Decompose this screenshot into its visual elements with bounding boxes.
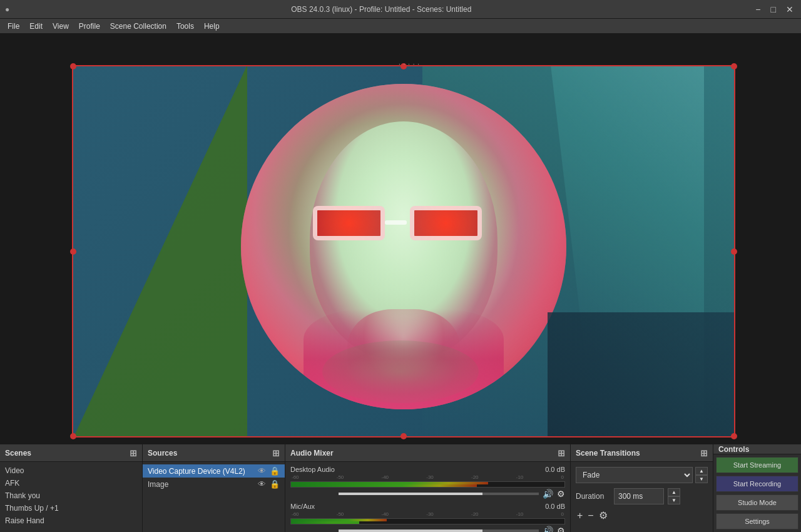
desktop-audio-slider-fill: [339, 493, 482, 495]
app-icon: ●: [5, 5, 9, 14]
meter-label-0: 0: [561, 474, 564, 480]
desktop-audio-channel: Desktop Audio 0.0 dB -60 -50 -40 -30 -20…: [290, 466, 565, 499]
duration-spinner-down[interactable]: ▼: [668, 496, 680, 504]
mic-aux-name: Mic/Aux: [290, 503, 315, 510]
desktop-audio-meter: [290, 481, 565, 488]
mic-aux-channel: Mic/Aux 0.0 dB -60 -50 -40 -30 -20 -10 0: [290, 503, 565, 532]
menu-file[interactable]: File: [3, 21, 24, 32]
audio-mixer-header: Audio Mixer ⊞: [285, 444, 570, 462]
drag-handle[interactable]: · · · · ·: [399, 61, 420, 68]
transition-spinner: ▲ ▼: [695, 467, 708, 483]
sources-title: Sources: [148, 449, 177, 458]
mic-meter-label-40: -40: [382, 511, 389, 517]
minimize-button[interactable]: −: [753, 4, 763, 14]
menu-help[interactable]: Help: [199, 21, 225, 32]
source-item-image-label: Image: [148, 480, 168, 489]
transitions-remove-button[interactable]: −: [586, 510, 594, 521]
scenes-list: Video AFK Thank you Thumbs Up / +1 Raise…: [0, 462, 142, 532]
source-item-image[interactable]: Image 👁 🔒: [143, 478, 285, 491]
menu-view[interactable]: View: [48, 21, 74, 32]
menu-scene-collection[interactable]: Scene Collection: [105, 21, 171, 32]
sources-panel-header: Sources ⊞: [143, 444, 285, 462]
menu-edit[interactable]: Edit: [24, 21, 48, 32]
mic-aux-slider[interactable]: [339, 529, 539, 532]
maximize-button[interactable]: □: [768, 4, 778, 14]
meter-label-10: -10: [516, 474, 524, 480]
meter-labels-row: -60 -50 -40 -30 -20 -10 0: [290, 474, 565, 480]
audio-mixer-panel: Audio Mixer ⊞ Desktop Audio 0.0 dB -60 -…: [285, 444, 571, 532]
mic-meter-label-20: -20: [471, 511, 479, 517]
eye-icon[interactable]: 👁: [258, 466, 266, 476]
desktop-audio-settings-icon[interactable]: ⚙: [557, 489, 565, 499]
duration-row: Duration ▲ ▼: [576, 488, 708, 504]
duration-input[interactable]: [614, 488, 664, 504]
mic-meter-label-30: -30: [426, 511, 434, 517]
audio-channels: Desktop Audio 0.0 dB -60 -50 -40 -30 -20…: [285, 462, 570, 532]
start-recording-button[interactable]: Start Recording: [716, 476, 798, 492]
scene-item-video[interactable]: Video: [0, 464, 142, 477]
desktop-audio-header: Desktop Audio 0.0 dB: [290, 466, 565, 473]
mic-meter-label-60: -60: [292, 511, 299, 517]
sources-expand-icon[interactable]: ⊞: [272, 448, 280, 458]
mic-aux-meter-fill-bottom: [291, 521, 359, 524]
scene-item-thankyou[interactable]: Thank you: [0, 489, 142, 502]
lock-icon-2[interactable]: 🔒: [270, 479, 280, 489]
sources-list: Video Capture Device (V4L2) 👁 🔒 Image 👁 …: [143, 462, 285, 532]
settings-button[interactable]: Settings: [716, 513, 798, 529]
transition-spinner-up[interactable]: ▲: [695, 467, 708, 475]
meter-label-20: -20: [471, 474, 479, 480]
transitions-content: Fade Cut Swipe Slide ▲ ▼ Duration ▲ ▼: [571, 462, 713, 532]
scene-item-afk[interactable]: AFK: [0, 477, 142, 489]
eye-icon-2[interactable]: 👁: [258, 479, 266, 489]
duration-label: Duration: [576, 492, 610, 501]
transitions-expand-icon[interactable]: ⊞: [700, 448, 708, 458]
source-item-icons: 👁 🔒: [258, 466, 280, 476]
transitions-add-button[interactable]: +: [576, 510, 584, 521]
transition-select[interactable]: Fade Cut Swipe Slide: [576, 467, 693, 483]
source-item-video-capture-label: Video Capture Device (V4L2): [148, 467, 245, 476]
studio-mode-button[interactable]: Studio Mode: [716, 494, 798, 511]
menu-tools[interactable]: Tools: [171, 21, 199, 32]
mic-aux-slider-fill: [339, 529, 482, 532]
desktop-audio-slider[interactable]: [339, 493, 539, 495]
audio-mixer-expand-icon[interactable]: ⊞: [558, 448, 565, 458]
transitions-title: Scene Transitions: [576, 449, 640, 458]
meter-label-60: -60: [292, 474, 299, 480]
duration-spinner-up[interactable]: ▲: [668, 488, 680, 496]
mic-aux-db: 0.0 dB: [545, 503, 565, 510]
bottom-panels: Scenes ⊞ Video AFK Thank you Thumbs Up /…: [0, 444, 801, 532]
titlebar-controls: − □ ✕: [753, 4, 796, 14]
lock-icon[interactable]: 🔒: [270, 466, 280, 476]
webcam-preview: [241, 84, 566, 409]
scenes-panel-header: Scenes ⊞: [0, 444, 142, 462]
source-item-video-capture[interactable]: Video Capture Device (V4L2) 👁 🔒: [143, 464, 285, 478]
scene-item-raisehand[interactable]: Raise Hand: [0, 514, 142, 527]
preview-area[interactable]: · · · · ·: [0, 34, 801, 444]
scene-item-thumbs[interactable]: Thumbs Up / +1: [0, 502, 142, 514]
transitions-footer: + − ⚙: [576, 509, 708, 521]
transitions-panel-header: Scene Transitions ⊞: [571, 444, 713, 462]
menu-profile[interactable]: Profile: [74, 21, 105, 32]
mic-aux-header: Mic/Aux 0.0 dB: [290, 503, 565, 510]
controls-panel: Controls Start Streaming Start Recording…: [713, 444, 801, 532]
audio-mixer-title: Audio Mixer: [290, 449, 334, 458]
mic-aux-controls: 🔊 ⚙: [290, 526, 565, 532]
mic-meter-label-50: -50: [337, 511, 344, 517]
transition-spinner-down[interactable]: ▼: [695, 475, 708, 483]
mic-aux-settings-icon[interactable]: ⚙: [557, 526, 565, 532]
mic-meter-label-0: 0: [561, 511, 564, 517]
menubar: File Edit View Profile Scene Collection …: [0, 19, 801, 34]
start-streaming-button[interactable]: Start Streaming: [716, 457, 798, 473]
transitions-settings-button[interactable]: ⚙: [598, 509, 609, 521]
mic-meter-label-10: -10: [516, 511, 524, 517]
source-item-image-icons: 👁 🔒: [258, 479, 280, 489]
preview-canvas[interactable]: [72, 65, 735, 437]
scenes-expand-icon[interactable]: ⊞: [130, 448, 137, 458]
desktop-audio-mute-icon[interactable]: 🔊: [543, 489, 553, 499]
controls-title: Controls: [718, 445, 749, 454]
sources-panel: Sources ⊞ Video Capture Device (V4L2) 👁 …: [143, 444, 285, 532]
mic-aux-mute-icon[interactable]: 🔊: [543, 526, 553, 532]
scenes-panel: Scenes ⊞ Video AFK Thank you Thumbs Up /…: [0, 444, 143, 532]
close-button[interactable]: ✕: [783, 4, 796, 14]
meter-label-30: -30: [426, 474, 434, 480]
